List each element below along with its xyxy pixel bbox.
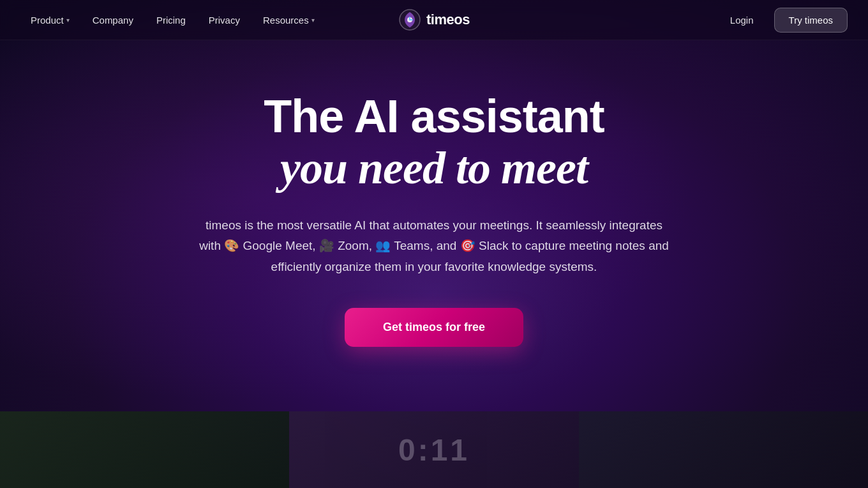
hero-title-line2: you need to meet <box>280 142 588 195</box>
login-button[interactable]: Login <box>720 10 764 31</box>
google-meet-emoji: 🎨 <box>224 239 239 252</box>
nav-right: Login Try timeos <box>720 8 848 33</box>
bottom-strip: 0:11 <box>0 411 868 488</box>
strip-left <box>0 411 289 488</box>
chevron-down-icon: ▾ <box>66 17 70 24</box>
nav-product[interactable]: Product ▾ <box>20 10 80 31</box>
slack-emoji: 🎯 <box>460 239 475 252</box>
teams-emoji: 👥 <box>375 239 391 252</box>
nav-company-label: Company <box>93 15 133 26</box>
zoom-emoji: 🎥 <box>319 239 334 252</box>
nav-privacy[interactable]: Privacy <box>198 10 250 31</box>
logo-text: timeos <box>426 11 470 28</box>
logo[interactable]: timeos <box>398 8 470 31</box>
chevron-down-icon-resources: ▾ <box>311 17 315 24</box>
nav-pricing-label: Pricing <box>156 15 186 26</box>
nav-product-label: Product <box>31 15 64 26</box>
hero-title-line1: The AI assistant <box>264 91 604 142</box>
navbar: Product ▾ Company Pricing Privacy Resour… <box>0 0 868 40</box>
strip-right <box>579 411 868 488</box>
nav-pricing[interactable]: Pricing <box>146 10 196 31</box>
clock-display: 0:11 <box>398 432 470 468</box>
nav-resources[interactable]: Resources ▾ <box>253 10 325 31</box>
timeos-logo-icon <box>398 8 421 31</box>
strip-center: 0:11 <box>289 411 578 488</box>
try-timeos-button[interactable]: Try timeos <box>774 8 848 33</box>
nav-company[interactable]: Company <box>82 10 144 31</box>
nav-privacy-label: Privacy <box>209 15 240 26</box>
nav-resources-label: Resources <box>263 15 309 26</box>
cta-button[interactable]: Get timeos for free <box>345 308 523 347</box>
hero-section: The AI assistant you need to meet timeos… <box>0 40 868 347</box>
nav-left: Product ▾ Company Pricing Privacy Resour… <box>20 10 325 31</box>
hero-subtitle: timeos is the most versatile AI that aut… <box>198 215 670 277</box>
